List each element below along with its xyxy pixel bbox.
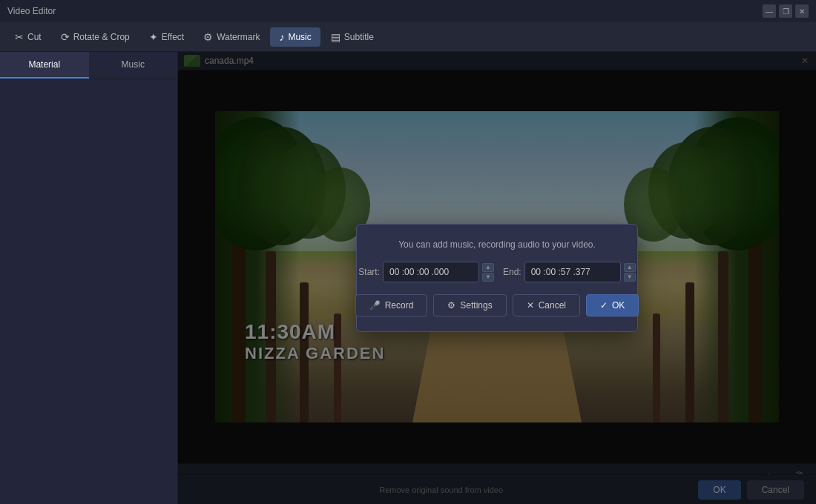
music-icon: ♪ — [279, 31, 284, 43]
effect-tool-button[interactable]: ✦ Effect — [140, 27, 193, 47]
watermark-icon: ⚙ — [203, 31, 213, 43]
watermark-label: Watermark — [217, 32, 260, 42]
dialog-overlay: You can add music, recording audio to yo… — [178, 52, 816, 504]
end-time-input[interactable] — [524, 262, 621, 282]
music-label: Music — [288, 32, 311, 42]
end-time-label: End: — [503, 267, 521, 277]
title-bar: Video Editor — ❐ ✕ — [0, 0, 816, 22]
sidebar: Material Music — [0, 52, 178, 504]
rotate-icon: ⟳ — [61, 31, 70, 43]
dialog-ok-button[interactable]: ✓ OK — [586, 294, 639, 316]
close-button[interactable]: ✕ — [795, 4, 809, 18]
record-label: Record — [385, 300, 414, 311]
sidebar-tabs: Material Music — [0, 52, 177, 79]
start-time-up[interactable]: ▲ — [482, 263, 494, 272]
watermark-tool-button[interactable]: ⚙ Watermark — [194, 27, 269, 47]
cancel-label: Cancel — [539, 300, 566, 311]
record-button[interactable]: 🎤 Record — [355, 294, 428, 316]
effect-label: Effect — [162, 32, 184, 42]
app-title: Video Editor — [7, 6, 56, 16]
ok-icon: ✓ — [600, 300, 608, 311]
dialog-buttons: 🎤 Record ⚙ Settings ✕ Cancel ✓ OK — [375, 294, 619, 316]
end-time-up[interactable]: ▲ — [624, 263, 636, 272]
cut-tool-button[interactable]: ✂ Cut — [6, 27, 50, 47]
maximize-button[interactable]: ❐ — [779, 4, 792, 18]
title-bar-left: Video Editor — [7, 6, 56, 16]
sidebar-content — [0, 79, 177, 504]
dialog-cancel-button[interactable]: ✕ Cancel — [513, 294, 580, 316]
title-bar-controls: — ❐ ✕ — [763, 4, 809, 18]
rotate-tool-button[interactable]: ⟳ Rotate & Crop — [52, 27, 139, 47]
start-time-group: Start: ▲ ▼ — [358, 262, 494, 282]
main-area: Material Music canada.mp4 ✕ — [0, 52, 816, 504]
end-time-spinner: ▲ ▼ — [624, 263, 636, 282]
mic-icon: 🎤 — [369, 300, 381, 311]
music-tool-button[interactable]: ♪ Music — [270, 27, 320, 47]
minimize-button[interactable]: — — [763, 4, 776, 18]
subtitle-tool-button[interactable]: ▤ Subtitle — [322, 27, 383, 47]
start-time-input[interactable] — [383, 262, 479, 282]
start-time-label: Start: — [358, 267, 380, 277]
start-time-down[interactable]: ▼ — [482, 273, 494, 282]
record-dialog: You can add music, recording audio to yo… — [356, 224, 638, 332]
settings-button[interactable]: ⚙ Settings — [433, 294, 506, 316]
start-time-spinner: ▲ ▼ — [482, 263, 494, 282]
gear-icon: ⚙ — [447, 300, 455, 311]
time-inputs: Start: ▲ ▼ End: ▲ ▼ — [375, 262, 619, 282]
cut-label: Cut — [27, 32, 42, 42]
sidebar-tab-music[interactable]: Music — [89, 52, 178, 79]
settings-label: Settings — [460, 300, 492, 311]
effect-icon: ✦ — [149, 31, 158, 43]
end-time-down[interactable]: ▼ — [624, 273, 636, 282]
subtitle-label: Subtitle — [344, 32, 374, 42]
dialog-info-text: You can add music, recording audio to yo… — [375, 239, 619, 250]
rotate-label: Rotate & Crop — [73, 32, 130, 42]
video-area: canada.mp4 ✕ — [178, 52, 816, 504]
cancel-icon: ✕ — [527, 300, 534, 311]
end-time-group: End: ▲ ▼ — [503, 262, 636, 282]
toolbar: ✂ Cut ⟳ Rotate & Crop ✦ Effect ⚙ Waterma… — [0, 22, 816, 52]
cut-icon: ✂ — [15, 31, 24, 43]
sidebar-tab-material[interactable]: Material — [0, 52, 89, 79]
ok-label: OK — [612, 300, 625, 311]
subtitle-icon: ▤ — [331, 31, 340, 43]
